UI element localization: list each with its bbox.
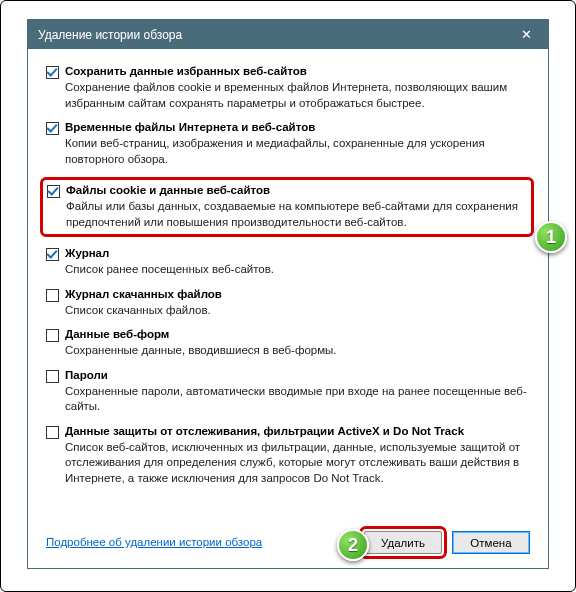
- option-desc: Сохраненные пароли, автоматически вводим…: [65, 384, 530, 415]
- close-icon[interactable]: ✕: [504, 20, 548, 49]
- titlebar: Удаление истории обзора ✕: [28, 20, 548, 49]
- option-title: Сохранить данные избранных веб-сайтов: [65, 65, 307, 77]
- option-desc: Файлы или базы данных, создаваемые на ко…: [66, 199, 527, 230]
- checkbox-1[interactable]: [46, 122, 59, 135]
- option-4: Журнал скачанных файловСписок скачанных …: [46, 288, 530, 319]
- option-desc: Список ранее посещенных веб-сайтов.: [65, 262, 530, 278]
- option-title: Данные веб-форм: [65, 328, 169, 340]
- callout-badge-1: 1: [535, 221, 567, 253]
- option-title: Файлы cookie и данные веб-сайтов: [66, 184, 270, 196]
- option-title: Журнал скачанных файлов: [65, 288, 222, 300]
- checkbox-4[interactable]: [46, 289, 59, 302]
- callout-badge-2: 2: [337, 529, 369, 561]
- option-0: Сохранить данные избранных веб-сайтовСох…: [46, 65, 530, 111]
- option-title: Данные защиты от отслеживания, фильтраци…: [65, 425, 464, 437]
- cancel-button[interactable]: Отмена: [452, 531, 530, 554]
- option-desc: Список веб-сайтов, исключенных из фильтр…: [65, 440, 530, 487]
- option-title: Временные файлы Интернета и веб-сайтов: [65, 121, 315, 133]
- learn-more-link[interactable]: Подробнее об удалении истории обзора: [46, 536, 262, 548]
- option-title: Пароли: [65, 369, 108, 381]
- checkbox-6[interactable]: [46, 370, 59, 383]
- dialog-window: Удаление истории обзора ✕ Сохранить данн…: [27, 19, 549, 569]
- option-desc: Сохраненные данные, вводившиеся в веб-фо…: [65, 343, 530, 359]
- option-desc: Список скачанных файлов.: [65, 303, 530, 319]
- option-title: Журнал: [65, 247, 109, 259]
- checkbox-7[interactable]: [46, 426, 59, 439]
- checkbox-5[interactable]: [46, 329, 59, 342]
- window-title: Удаление истории обзора: [38, 28, 182, 42]
- option-7: Данные защиты от отслеживания, фильтраци…: [46, 425, 530, 487]
- dialog-buttons: Удалить Отмена: [364, 531, 530, 554]
- option-6: ПаролиСохраненные пароли, автоматически …: [46, 369, 530, 415]
- checkbox-3[interactable]: [46, 248, 59, 261]
- option-3: ЖурналСписок ранее посещенных веб-сайтов…: [46, 247, 530, 278]
- checkbox-2[interactable]: [47, 185, 60, 198]
- option-desc: Копии веб-страниц, изображения и медиафа…: [65, 136, 530, 167]
- option-desc: Сохранение файлов cookie и временных фай…: [65, 80, 530, 111]
- option-2: Файлы cookie и данные веб-сайтовФайлы ил…: [40, 177, 534, 237]
- option-5: Данные веб-формСохраненные данные, вводи…: [46, 328, 530, 359]
- dialog-content: Сохранить данные избранных веб-сайтовСох…: [28, 49, 548, 568]
- delete-button[interactable]: Удалить: [364, 531, 442, 554]
- option-1: Временные файлы Интернета и веб-сайтовКо…: [46, 121, 530, 167]
- checkbox-0[interactable]: [46, 66, 59, 79]
